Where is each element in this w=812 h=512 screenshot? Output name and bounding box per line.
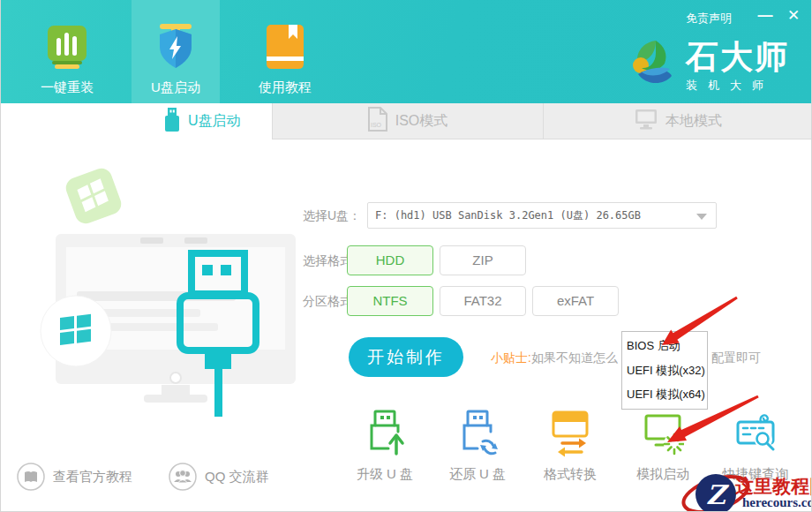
hotkey-lookup-icon <box>734 410 777 457</box>
tab-local-mode[interactable]: 本地模式 <box>543 103 812 139</box>
partition-option-fat32[interactable]: FAT32 <box>440 286 526 316</box>
nav-item-label: 使用教程 <box>259 79 312 96</box>
format-option-hdd[interactable]: HDD <box>347 245 433 275</box>
nav-item-usb-boot[interactable]: U盘启动 <box>132 0 220 103</box>
usb-drive-icon <box>164 108 180 135</box>
restore-usb-icon <box>456 410 499 457</box>
tip-label: 小贴士: <box>491 350 531 365</box>
boot-mode-menu: BIOS 启动 UEFI 模拟(x32) UEFI 模拟(x64) <box>621 331 708 410</box>
partition-option-ntfs[interactable]: NTFS <box>347 286 433 316</box>
tab-label: 本地模式 <box>665 112 722 131</box>
format-option-zip[interactable]: ZIP <box>440 245 526 275</box>
tab-label: ISO模式 <box>395 112 448 131</box>
reinstall-chart-icon <box>46 24 88 73</box>
qq-group-link[interactable]: QQ 交流群 <box>169 461 269 493</box>
brand-name: 石大师 <box>686 39 789 76</box>
nav-item-label: U盘启动 <box>151 79 200 96</box>
chevron-down-icon <box>696 214 707 220</box>
tutorial-book-icon <box>264 24 306 73</box>
format-convert-icon <box>549 410 591 457</box>
usb-illustration <box>36 159 301 423</box>
brand-subtitle: 装机大师 <box>686 78 789 94</box>
iso-file-icon: ISO <box>368 107 387 135</box>
nav-item-reinstall[interactable]: 一键重装 <box>19 0 116 103</box>
tab-iso-mode[interactable]: ISO ISO模式 <box>272 103 543 139</box>
brand-swirl-icon <box>629 39 679 95</box>
tip-before: 如果不知道怎么 <box>531 350 618 365</box>
minimize-button[interactable]: — <box>755 5 776 26</box>
tool-label: 还原 U 盘 <box>437 466 518 483</box>
menu-item-uefi-x32[interactable]: UEFI 模拟(x32) <box>627 363 707 379</box>
tab-label: U盘启动 <box>188 112 241 131</box>
tool-upgrade-usb[interactable]: 升级 U 盘 <box>344 410 425 483</box>
footer-link-label: QQ 交流群 <box>205 469 269 486</box>
tool-restore-usb[interactable]: 还原 U 盘 <box>437 410 518 483</box>
monitor-icon <box>635 109 658 133</box>
tool-label: 升级 U 盘 <box>344 466 425 483</box>
group-people-icon <box>169 463 197 491</box>
nav-item-label: 一键重装 <box>41 79 94 96</box>
start-create-button[interactable]: 开始制作 <box>349 337 463 377</box>
app-window: 一键重装 U盘启动 <box>0 0 812 512</box>
usb-drive-select[interactable]: F: (hd1) USB SanDisk 3.2Gen1 (U盘) 26.65G… <box>367 202 717 229</box>
tip-text: 小贴士:如果不知道怎么 <box>491 350 618 366</box>
menu-item-uefi-x64[interactable]: UEFI 模拟(x64) <box>627 387 707 403</box>
usb-drive-value: F: (hd1) USB SanDisk 3.2Gen1 (U盘) 26.65G… <box>375 203 641 228</box>
tool-label: 格式转换 <box>530 466 611 483</box>
site-watermark: Z 这里教程网 herecours.com <box>679 468 812 512</box>
nav-item-tutorial[interactable]: 使用教程 <box>236 0 335 103</box>
footer-link-label: 查看官方教程 <box>53 469 132 486</box>
tip-after: 配置即可 <box>711 350 761 366</box>
tool-format-convert[interactable]: 格式转换 <box>530 410 611 483</box>
watermark-domain: herecours.com <box>742 495 812 510</box>
menu-item-bios[interactable]: BIOS 启动 <box>627 338 707 354</box>
close-button[interactable]: ✕ <box>783 5 804 26</box>
simulate-boot-icon <box>642 410 684 457</box>
svg-text:ISO: ISO <box>371 122 382 128</box>
upgrade-usb-icon <box>364 410 406 457</box>
book-circle-icon <box>17 463 45 491</box>
header-bar: 一键重装 U盘启动 <box>1 0 812 103</box>
official-tutorial-link[interactable]: 查看官方教程 <box>17 461 132 493</box>
tab-usb-boot[interactable]: U盘启动 <box>1 103 272 139</box>
usb-select-label: 选择U盘： <box>303 208 366 224</box>
brand-logo: 石大师 装机大师 <box>629 39 789 95</box>
usb-boot-shield-icon <box>154 24 197 73</box>
partition-option-exfat[interactable]: exFAT <box>532 286 619 316</box>
disclaimer-link[interactable]: 免责声明 <box>686 11 732 26</box>
